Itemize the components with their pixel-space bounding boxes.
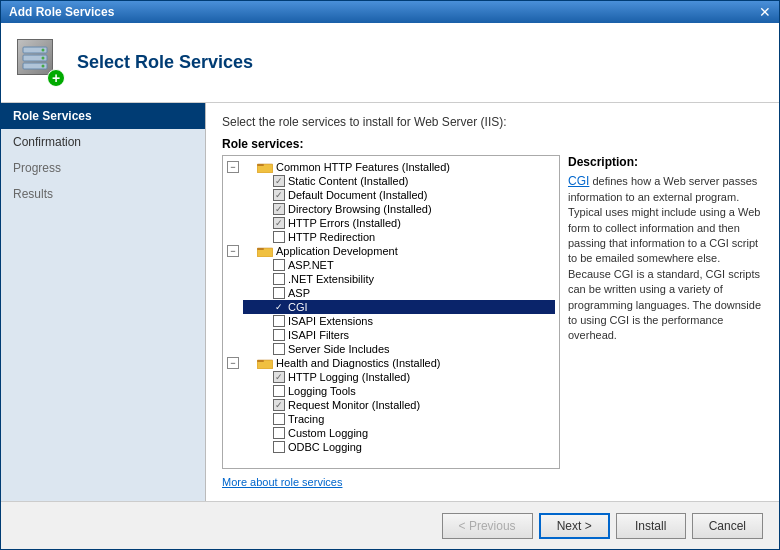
checkbox-aspnet[interactable] bbox=[273, 259, 285, 271]
checkbox-server-side[interactable] bbox=[273, 343, 285, 355]
tree-item-dir-browsing[interactable]: Directory Browsing (Installed) bbox=[243, 202, 555, 216]
nav-item-results: Results bbox=[1, 181, 205, 207]
expand-common-http[interactable]: − bbox=[227, 161, 239, 173]
bottom-bar: < Previous Next > Install Cancel bbox=[1, 501, 779, 549]
tree-item-tracing[interactable]: Tracing bbox=[243, 412, 555, 426]
window-title: Add Role Services bbox=[9, 5, 114, 19]
tree-section-common-http[interactable]: − Common HTTP Features (Installed) bbox=[227, 160, 555, 174]
tree-item-cgi[interactable]: CGI bbox=[243, 300, 555, 314]
description-link[interactable]: CGI bbox=[568, 174, 589, 188]
tree-section-app-dev[interactable]: − Application Development bbox=[227, 244, 555, 258]
server-svg-icon bbox=[21, 43, 49, 71]
tree-item-req-monitor[interactable]: Request Monitor (Installed) bbox=[243, 398, 555, 412]
expand-health[interactable]: − bbox=[227, 357, 239, 369]
svg-rect-7 bbox=[257, 164, 264, 166]
tree-container[interactable]: − Common HTTP Features (Installed) Stati… bbox=[222, 155, 560, 469]
folder-icon-health bbox=[257, 357, 273, 369]
checkbox-isapi-filters[interactable] bbox=[273, 329, 285, 341]
header-icon: + bbox=[17, 39, 65, 87]
checkbox-tracing[interactable] bbox=[273, 413, 285, 425]
svg-rect-9 bbox=[257, 248, 264, 250]
checkbox-cgi[interactable] bbox=[273, 301, 285, 313]
tree-item-server-side[interactable]: Server Side Includes bbox=[243, 342, 555, 356]
window: Add Role Services ✕ + Select Role Servic… bbox=[0, 0, 780, 550]
tree-item-custom-logging[interactable]: Custom Logging bbox=[243, 426, 555, 440]
server-icon bbox=[17, 39, 53, 75]
checkbox-req-monitor[interactable] bbox=[273, 399, 285, 411]
checkbox-net-ext[interactable] bbox=[273, 273, 285, 285]
svg-point-5 bbox=[42, 64, 45, 67]
more-about-link[interactable]: More about role services bbox=[222, 476, 342, 488]
checkbox-asp[interactable] bbox=[273, 287, 285, 299]
checkbox-http-redirect[interactable] bbox=[273, 231, 285, 243]
folder-icon bbox=[257, 161, 273, 173]
tree-item-http-redirect[interactable]: HTTP Redirection bbox=[243, 230, 555, 244]
right-content: Select the role services to install for … bbox=[206, 103, 779, 501]
checkbox-isapi-ext[interactable] bbox=[273, 315, 285, 327]
expand-app-dev[interactable]: − bbox=[227, 245, 239, 257]
tree-item-isapi-filters[interactable]: ISAPI Filters bbox=[243, 328, 555, 342]
description-text: CGI defines how a Web server passes info… bbox=[568, 173, 763, 344]
description-label: Description: bbox=[568, 155, 763, 169]
left-navigation: Role Services Confirmation Progress Resu… bbox=[1, 103, 206, 501]
tree-item-odbc[interactable]: ODBC Logging bbox=[243, 440, 555, 454]
tree-item-default-doc[interactable]: Default Document (Installed) bbox=[243, 188, 555, 202]
header-area: + Select Role Services bbox=[1, 23, 779, 103]
tree-item-aspnet[interactable]: ASP.NET bbox=[243, 258, 555, 272]
checkbox-custom-logging[interactable] bbox=[273, 427, 285, 439]
checkbox-http-errors[interactable] bbox=[273, 217, 285, 229]
footer-link-area: More about role services bbox=[222, 475, 763, 489]
tree-item-static-content[interactable]: Static Content (Installed) bbox=[243, 174, 555, 188]
cancel-button[interactable]: Cancel bbox=[692, 513, 763, 539]
install-button[interactable]: Install bbox=[616, 513, 686, 539]
main-content: Role Services Confirmation Progress Resu… bbox=[1, 103, 779, 501]
previous-button[interactable]: < Previous bbox=[442, 513, 533, 539]
tree-item-logging-tools[interactable]: Logging Tools bbox=[243, 384, 555, 398]
instruction-text: Select the role services to install for … bbox=[222, 115, 763, 129]
svg-point-3 bbox=[42, 48, 45, 51]
tree-item-http-logging[interactable]: HTTP Logging (Installed) bbox=[243, 370, 555, 384]
header-title: Select Role Services bbox=[77, 52, 253, 73]
nav-item-progress: Progress bbox=[1, 155, 205, 181]
close-button[interactable]: ✕ bbox=[759, 4, 771, 20]
svg-point-4 bbox=[42, 56, 45, 59]
tree-item-asp[interactable]: ASP bbox=[243, 286, 555, 300]
checkbox-odbc[interactable] bbox=[273, 441, 285, 453]
checkbox-dir-browsing[interactable] bbox=[273, 203, 285, 215]
tree-section-health[interactable]: − Health and Diagnostics (Installed) bbox=[227, 356, 555, 370]
tree-desc-container: − Common HTTP Features (Installed) Stati… bbox=[222, 155, 763, 469]
title-bar: Add Role Services ✕ bbox=[1, 1, 779, 23]
role-services-label: Role services: bbox=[222, 137, 763, 151]
checkbox-default-doc[interactable] bbox=[273, 189, 285, 201]
description-container: Description: CGI defines how a Web serve… bbox=[568, 155, 763, 469]
folder-icon-appdev bbox=[257, 245, 273, 257]
checkbox-http-logging[interactable] bbox=[273, 371, 285, 383]
tree-item-isapi-ext[interactable]: ISAPI Extensions bbox=[243, 314, 555, 328]
next-button[interactable]: Next > bbox=[539, 513, 610, 539]
nav-item-role-services[interactable]: Role Services bbox=[1, 103, 205, 129]
tree-item-net-ext[interactable]: .NET Extensibility bbox=[243, 272, 555, 286]
svg-rect-11 bbox=[257, 360, 264, 362]
add-badge: + bbox=[47, 69, 65, 87]
nav-item-confirmation[interactable]: Confirmation bbox=[1, 129, 205, 155]
checkbox-logging-tools[interactable] bbox=[273, 385, 285, 397]
checkbox-static-content[interactable] bbox=[273, 175, 285, 187]
tree-item-http-errors[interactable]: HTTP Errors (Installed) bbox=[243, 216, 555, 230]
